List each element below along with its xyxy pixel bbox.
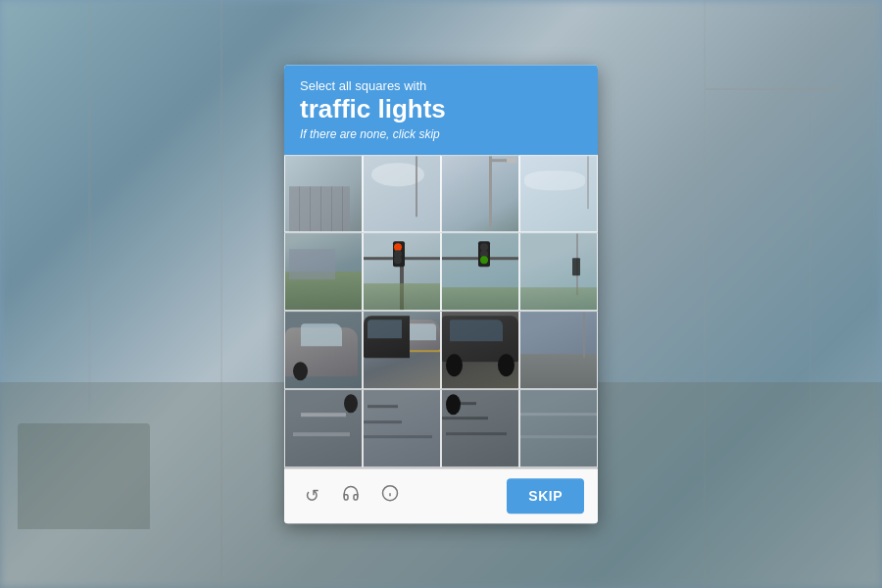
- audio-button[interactable]: [337, 482, 365, 510]
- main-subject: traffic lights: [300, 95, 582, 123]
- sub-label: If there are none, click skip: [300, 127, 582, 141]
- grid-cell-r2c2[interactable]: ✓: [363, 233, 441, 312]
- info-button[interactable]: [376, 482, 404, 510]
- grid-cell-r2c1[interactable]: ✓: [284, 233, 363, 312]
- skip-button[interactable]: SKIP: [507, 478, 584, 514]
- grid-cell-r1c2[interactable]: ✓: [363, 155, 441, 233]
- captcha-widget: Select all squares with traffic lights I…: [284, 65, 598, 523]
- headphone-icon: [342, 484, 360, 507]
- grid-cell-r3c2[interactable]: ✓: [363, 311, 441, 389]
- info-icon: [381, 484, 399, 507]
- grid-cell-r4c4[interactable]: ✓: [519, 389, 598, 467]
- grid-cell-r2c4[interactable]: ✓: [519, 233, 598, 312]
- reload-button[interactable]: ↺: [298, 482, 325, 510]
- grid-cell-r3c4[interactable]: ✓: [519, 311, 598, 389]
- captcha-footer: ↺: [284, 468, 598, 523]
- footer-icons: ↺: [298, 482, 404, 510]
- grid-cell-r4c2[interactable]: ✓: [363, 389, 441, 467]
- grid-cell-r1c1[interactable]: ✓: [284, 155, 363, 233]
- grid-cell-r4c1[interactable]: ✓: [284, 389, 363, 467]
- grid-cell-r1c3[interactable]: ✓: [441, 155, 519, 233]
- grid-cell-r4c3[interactable]: ✓: [441, 389, 519, 467]
- grid-cell-r3c1[interactable]: ✓: [284, 311, 363, 389]
- reload-icon: ↺: [305, 485, 319, 507]
- grid-cell-r2c3[interactable]: ✓: [441, 233, 519, 312]
- select-label: Select all squares with: [300, 78, 582, 93]
- captcha-header: Select all squares with traffic lights I…: [284, 65, 598, 155]
- grid-cell-r3c3[interactable]: ✓: [441, 311, 519, 389]
- grid-cell-r1c4[interactable]: ✓: [519, 155, 598, 233]
- captcha-grid: ✓ ✓ ✓ ✓: [284, 155, 598, 468]
